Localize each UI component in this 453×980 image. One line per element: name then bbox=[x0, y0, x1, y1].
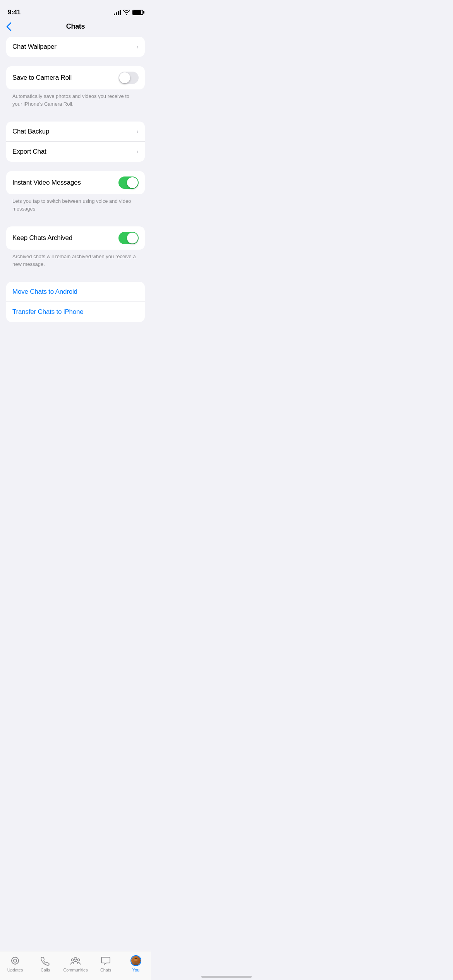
keep-archived-toggle[interactable] bbox=[118, 232, 139, 244]
instant-video-toggle[interactable] bbox=[118, 176, 139, 189]
card-archive: Keep Chats Archived bbox=[6, 226, 145, 250]
row-chat-wallpaper[interactable]: Chat Wallpaper › bbox=[6, 37, 145, 57]
chevron-icon: › bbox=[137, 128, 139, 135]
section-archive: Keep Chats Archived Archived chats will … bbox=[6, 226, 145, 272]
wifi-icon bbox=[123, 10, 130, 15]
row-chat-backup[interactable]: Chat Backup › bbox=[6, 122, 145, 142]
section-transfer: Move Chats to Android Transfer Chats to … bbox=[6, 282, 145, 322]
chevron-icon: › bbox=[137, 43, 139, 50]
page-title: Chats bbox=[66, 22, 85, 31]
row-save-camera-roll[interactable]: Save to Camera Roll bbox=[6, 66, 145, 89]
card-backup: Chat Backup › Export Chat › bbox=[6, 122, 145, 162]
row-export-chat[interactable]: Export Chat › bbox=[6, 142, 145, 162]
row-move-android[interactable]: Move Chats to Android bbox=[6, 282, 145, 302]
section-backup: Chat Backup › Export Chat › bbox=[6, 122, 145, 162]
section-media: Save to Camera Roll Automatically save p… bbox=[6, 66, 145, 112]
status-time: 9:41 bbox=[8, 9, 21, 16]
card-wallpaper: Chat Wallpaper › bbox=[6, 37, 145, 57]
keep-archived-description: Archived chats will remain archived when… bbox=[6, 250, 145, 272]
section-wallpaper: Chat Wallpaper › bbox=[6, 37, 145, 57]
chevron-icon: › bbox=[137, 148, 139, 155]
section-video: Instant Video Messages Lets you tap to s… bbox=[6, 171, 145, 217]
row-instant-video[interactable]: Instant Video Messages bbox=[6, 171, 145, 194]
row-keep-archived[interactable]: Keep Chats Archived bbox=[6, 226, 145, 250]
card-transfer: Move Chats to Android Transfer Chats to … bbox=[6, 282, 145, 322]
status-icons bbox=[114, 10, 143, 15]
back-button[interactable] bbox=[6, 22, 12, 31]
row-transfer-iphone[interactable]: Transfer Chats to iPhone bbox=[6, 302, 145, 322]
card-media: Save to Camera Roll bbox=[6, 66, 145, 89]
settings-content: Chat Wallpaper › Save to Camera Roll Aut… bbox=[0, 37, 151, 370]
battery-icon bbox=[132, 10, 143, 15]
card-video: Instant Video Messages bbox=[6, 171, 145, 194]
save-camera-roll-description: Automatically save photos and videos you… bbox=[6, 89, 145, 112]
signal-icon bbox=[114, 10, 121, 15]
nav-bar: Chats bbox=[0, 19, 151, 37]
instant-video-description: Lets you tap to switch between using voi… bbox=[6, 194, 145, 217]
save-camera-roll-toggle[interactable] bbox=[118, 72, 139, 84]
status-bar: 9:41 bbox=[0, 0, 151, 19]
